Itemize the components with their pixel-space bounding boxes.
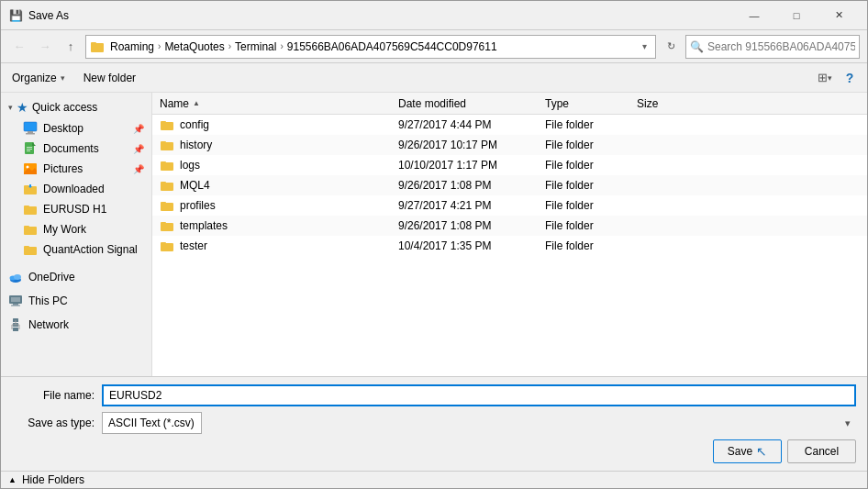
up-button[interactable]: ↑ [60, 36, 82, 58]
organize-button[interactable]: Organize ▾ [8, 70, 69, 86]
help-button[interactable]: ? [840, 68, 860, 88]
view-toggle-button[interactable]: ⊞ ▾ [814, 69, 836, 86]
save-as-type-select[interactable]: ASCII Text (*.csv) [102, 412, 202, 434]
save-button[interactable]: Save ↖ [713, 439, 782, 463]
table-row[interactable]: config 9/27/2017 4:44 PM File folder [152, 115, 867, 135]
address-bar[interactable]: Roaming › MetaQuotes › Terminal › 915566… [85, 35, 656, 59]
file-cell-type: File folder [545, 199, 637, 212]
column-type[interactable]: Type [545, 97, 637, 110]
sidebar-item-network-label: Network [28, 318, 69, 331]
close-button[interactable]: ✕ [818, 1, 860, 30]
table-row[interactable]: MQL4 9/26/2017 1:08 PM File folder [152, 175, 867, 195]
svg-rect-7 [27, 147, 32, 148]
bottom-form-area: File name: Save as type: ASCII Text (*.c… [1, 376, 867, 471]
quick-access-header[interactable]: ▾ ★ Quick access [1, 96, 151, 118]
back-button[interactable]: ← [8, 36, 30, 58]
file-cell-type: File folder [545, 239, 637, 252]
folder-icon [160, 178, 174, 193]
svg-rect-14 [24, 185, 29, 188]
save-as-dialog: 💾 Save As — □ ✕ ← → ↑ Roaming › MetaQuot… [0, 0, 868, 489]
breadcrumb-metaquotes[interactable]: MetaQuotes [162, 40, 226, 53]
save-as-type-label: Save as type: [12, 417, 95, 429]
table-row[interactable]: history 9/26/2017 10:17 PM File folder [152, 135, 867, 155]
sidebar-item-pictures-label: Pictures [43, 162, 83, 175]
table-row[interactable]: templates 9/26/2017 1:08 PM File folder [152, 216, 867, 236]
cancel-button[interactable]: Cancel [787, 439, 856, 463]
folder-icon [160, 198, 174, 213]
file-cell-date: 9/26/2017 10:17 PM [398, 139, 545, 151]
file-name-input[interactable] [102, 384, 856, 406]
file-cell-date: 9/26/2017 1:08 PM [398, 179, 545, 192]
downloaded-folder-icon [23, 182, 38, 196]
breadcrumb-terminal[interactable]: Terminal [233, 40, 278, 53]
sidebar-item-downloaded[interactable]: Downloaded [1, 179, 151, 199]
minimize-button[interactable]: — [733, 1, 775, 30]
address-dropdown-button[interactable]: ▾ [637, 38, 651, 56]
file-cell-type: File folder [545, 219, 637, 232]
action-bar: Organize ▾ New folder ⊞ ▾ ? [1, 63, 867, 93]
folder-icon [160, 158, 174, 172]
column-name[interactable]: Name ▲ [160, 97, 398, 110]
sidebar-item-network[interactable]: Network [1, 315, 151, 335]
svg-rect-17 [24, 206, 29, 208]
file-cell-name: tester [160, 239, 398, 253]
file-cell-name: logs [160, 158, 398, 172]
svg-rect-8 [27, 149, 32, 150]
table-row[interactable]: profiles 9/27/2017 4:21 PM File folder [152, 195, 867, 216]
save-cursor-icon: ↖ [756, 444, 767, 459]
folder-icon [160, 218, 174, 233]
file-cell-name: templates [160, 218, 398, 233]
svg-marker-6 [32, 142, 36, 146]
quick-access-label: Quick access [32, 101, 97, 114]
sidebar-item-desktop[interactable]: Desktop 📌 [1, 118, 151, 139]
sidebar-item-mywork[interactable]: My Work [1, 219, 151, 239]
column-date[interactable]: Date modified [398, 97, 545, 110]
sidebar-item-pictures[interactable]: Pictures 📌 [1, 159, 151, 179]
toolbar: ← → ↑ Roaming › MetaQuotes › Terminal › … [1, 30, 867, 63]
svg-rect-21 [24, 246, 29, 249]
window-title: Save As [28, 9, 733, 22]
pin-icon-docs: 📌 [133, 144, 144, 154]
pictures-icon [23, 161, 38, 176]
save-as-type-wrapper: ASCII Text (*.csv) [102, 412, 856, 434]
sidebar-item-thispc[interactable]: This PC [1, 291, 151, 311]
sidebar-item-quantaction-label: QuantAction Signal [43, 243, 138, 256]
file-cell-type: File folder [545, 159, 637, 172]
refresh-button[interactable]: ↻ [660, 35, 682, 59]
breadcrumb: Roaming › MetaQuotes › Terminal › 915566… [108, 40, 499, 53]
search-input[interactable] [707, 40, 855, 53]
breadcrumb-current[interactable]: 915566BA06ADA407569C544CC0D97611 [285, 40, 499, 53]
breadcrumb-roaming[interactable]: Roaming [108, 40, 156, 53]
title-bar: 💾 Save As — □ ✕ [1, 1, 867, 30]
quantaction-folder-icon [23, 242, 38, 257]
sidebar-item-documents-label: Documents [43, 142, 99, 155]
window-icon: 💾 [8, 8, 23, 23]
sidebar-item-eurusd-label: EURUSD H1 [43, 203, 106, 216]
maximize-button[interactable]: □ [775, 1, 818, 30]
sidebar-item-downloaded-label: Downloaded [43, 183, 105, 195]
svg-rect-31 [13, 328, 18, 331]
sidebar-item-thispc-label: This PC [28, 295, 68, 307]
thispc-icon [8, 294, 23, 308]
file-cell-date: 9/27/2017 4:44 PM [398, 118, 545, 131]
svg-rect-26 [11, 297, 20, 302]
new-folder-button[interactable]: New folder [80, 70, 139, 86]
hide-folders-bar[interactable]: ▲ Hide Folders [1, 471, 867, 488]
hide-folders-arrow-icon: ▲ [8, 475, 17, 484]
svg-rect-4 [26, 133, 35, 135]
sidebar-item-documents[interactable]: Documents 📌 [1, 139, 151, 159]
hide-folders-label: Hide Folders [22, 473, 84, 486]
column-size[interactable]: Size [637, 97, 710, 110]
forward-button[interactable]: → [34, 36, 56, 58]
file-cell-name: config [160, 117, 398, 132]
table-row[interactable]: logs 10/10/2017 1:17 PM File folder [152, 155, 867, 175]
sidebar-item-eurusd[interactable]: EURUSD H1 [1, 199, 151, 219]
quick-access-arrow: ▾ [8, 103, 13, 112]
svg-rect-27 [13, 304, 18, 306]
table-row[interactable]: tester 10/4/2017 1:35 PM File folder [152, 236, 867, 256]
main-area: ▾ ★ Quick access Desktop 📌 [1, 93, 867, 376]
svg-rect-1 [91, 42, 96, 45]
sidebar-item-quantaction[interactable]: QuantAction Signal [1, 239, 151, 260]
sidebar-item-onedrive[interactable]: OneDrive [1, 267, 151, 287]
sidebar: ▾ ★ Quick access Desktop 📌 [1, 93, 152, 376]
